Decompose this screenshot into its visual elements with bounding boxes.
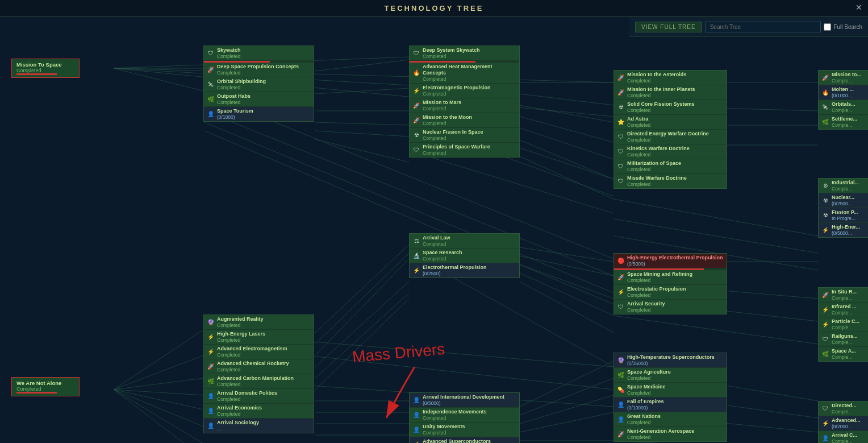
svg-line-21 xyxy=(114,378,203,390)
svg-line-53 xyxy=(409,151,614,213)
electrostatic-propulsion-item[interactable]: ⚡ Electrostatic Propulsion Completed xyxy=(614,285,727,300)
col4-molten-item[interactable]: 🔥 Molten ... (0/1000... xyxy=(819,85,868,100)
adv-electromagnetism-item[interactable]: ⚡ Advanced Electromagnetism Completed xyxy=(204,345,314,359)
col4-insitu-item[interactable]: 🚀 In Situ R... Comple... xyxy=(819,288,868,303)
arrival-domestic-politics-item[interactable]: 👤 Arrival Domestic Politics Completed xyxy=(204,389,314,404)
search-input[interactable] xyxy=(705,22,821,32)
nuclear-fission-space-item[interactable]: ☢ Nuclear Fission In Space Completed xyxy=(410,128,519,143)
arrival-sociology-item[interactable]: 👤 Arrival Sociology ... xyxy=(204,419,314,433)
deep-space-propulsion-item[interactable]: 🚀 Deep Space Propulsion Concepts Complet… xyxy=(204,63,314,77)
col4-settlement-item[interactable]: 🌿 Settleme... Comple... xyxy=(819,115,868,129)
svg-line-38 xyxy=(520,256,614,276)
solid-core-fission-item[interactable]: ☢ Solid Core Fission Systems Completed xyxy=(614,100,727,115)
space-mining-refining-item[interactable]: 🚀 Space Mining and Refining Completed xyxy=(614,270,727,285)
arrival-economics-item[interactable]: 👤 Arrival Economics Completed xyxy=(204,404,314,419)
deep-space-propulsion-icon: 🚀 xyxy=(207,65,215,73)
close-button[interactable]: ✕ xyxy=(856,3,862,12)
high-temp-superconductors-item[interactable]: 🔮 High-Temperature Superconductors (0/35… xyxy=(614,353,727,368)
mission-to-space-node[interactable]: Mission To Space Completed xyxy=(11,59,80,78)
principles-space-warfare-item[interactable]: 🛡 Principles of Space Warfare Completed xyxy=(410,143,519,157)
svg-line-40 xyxy=(520,273,614,316)
arrival-security-item[interactable]: 🛡 Arrival Security Completed xyxy=(614,300,727,314)
independence-movements-icon: 👤 xyxy=(412,411,420,419)
col1-group2-node: 🔮 Augmented Reality Completed ⚡ High-Ene… xyxy=(203,314,314,433)
svg-line-24 xyxy=(114,390,203,427)
col4-partial3-node: 🚀 In Situ R... Comple... ⚡ Infrared ... … xyxy=(818,287,868,362)
augmented-reality-item[interactable]: 🔮 Augmented Reality Completed xyxy=(204,315,314,330)
we-are-not-alone-name: We Are Not Alone xyxy=(16,380,74,386)
col4-railguns-item[interactable]: 🛡 Railguns... Comple... xyxy=(819,332,868,347)
electrostatic-propulsion-icon: ⚡ xyxy=(617,288,625,296)
fall-of-empires-item[interactable]: 👤 Fall of Empires (0/10000) xyxy=(614,398,727,412)
svg-line-9 xyxy=(315,122,409,125)
view-full-tree-button[interactable]: VIEW FULL TREE xyxy=(635,22,702,32)
missile-warfare-doctrine-item[interactable]: 🛡 Missile Warfare Doctrine Completed xyxy=(614,174,727,188)
electrothermal-propulsion-icon: ⚡ xyxy=(412,266,420,274)
arrival-domestic-politics-icon: 👤 xyxy=(207,392,215,400)
mission-inner-planets-item[interactable]: 🚀 Mission to the Inner Planets Completed xyxy=(614,85,727,100)
mission-mars-icon: 🚀 xyxy=(412,101,420,109)
directed-energy-warfare-item[interactable]: 🛡 Directed Energy Warfare Doctrine Compl… xyxy=(614,130,727,144)
space-agriculture-item[interactable]: 🌿 Space Agriculture Completed xyxy=(614,368,727,383)
svg-line-5 xyxy=(114,68,614,117)
space-tourism-item[interactable]: 👤 Space Tourism (0/1000) xyxy=(204,107,314,121)
directed-energy-warfare-icon: 🛡 xyxy=(617,133,625,140)
arrival-intl-dev-icon: 👤 xyxy=(412,396,420,404)
full-search-checkbox[interactable] xyxy=(824,23,831,31)
space-research-item[interactable]: 🔬 Space Research Completed xyxy=(410,249,519,263)
mission-asteroids-item[interactable]: 🚀 Mission to the Asteroids Completed xyxy=(614,71,727,85)
ad-astra-icon: ⭐ xyxy=(617,118,625,126)
space-medicine-item[interactable]: 💊 Space Medicine Completed xyxy=(614,383,727,398)
adv-chemical-rocketry-icon: 🚀 xyxy=(207,362,215,370)
toolbar: VIEW FULL TREE Full Search xyxy=(629,17,868,37)
col4-directed-item[interactable]: 🛡 Directed... Comple... xyxy=(819,401,868,416)
high-energy-electrothermal-item[interactable]: 🔴 High-Energy Electrothermal Propulsion … xyxy=(614,254,727,268)
unity-movements-icon: 👤 xyxy=(412,425,420,433)
col4-arrival-c-item[interactable]: 👤 Arrival C... Comple... xyxy=(819,431,868,443)
em-propulsion-item[interactable]: ⚡ Electromagnetic Propulsion Completed xyxy=(410,84,519,98)
col4-orbitals-item[interactable]: 🛰 Orbitals... Comple... xyxy=(819,100,868,115)
deep-system-skywatch-item[interactable]: 🛡 Deep System Skywatch Completed xyxy=(410,46,519,61)
col1-group1-node: 🛡 Skywatch Completed 🚀 Deep Space Propul… xyxy=(203,45,314,122)
svg-line-10 xyxy=(315,131,409,136)
great-nations-icon: 👤 xyxy=(617,415,625,423)
adv-carbon-manipulation-item[interactable]: 🌿 Advanced Carbon Manipulation Completed xyxy=(204,374,314,389)
mission-moon-item[interactable]: 🚀 Mission to the Moon Completed xyxy=(410,113,519,128)
militarization-space-item[interactable]: 🛡 Militarization of Space Completed xyxy=(614,159,727,174)
col4-high-energy-item[interactable]: ⚡ High-Ener... (0/5000... xyxy=(819,223,868,237)
next-gen-aerospace-item[interactable]: 🚀 Next-Generation Aerospace Completed xyxy=(614,427,727,441)
high-energy-lasers-item[interactable]: ⚡ High-Energy Lasers Completed xyxy=(204,330,314,345)
advanced-superconductors-item[interactable]: ⚡ Advanced Superconductors ... xyxy=(410,437,519,443)
outpost-habs-item[interactable]: 🌿 Outpost Habs Completed xyxy=(204,92,314,107)
col4-mission-item[interactable]: 🚀 Mission to... Comple... xyxy=(819,71,868,85)
svg-line-13 xyxy=(520,94,614,105)
kinetics-warfare-doctrine-item[interactable]: 🛡 Kinetics Warfare Doctrine Completed xyxy=(614,144,727,159)
augmented-reality-icon: 🔮 xyxy=(207,318,215,326)
skywatch-item[interactable]: 🛡 Skywatch Completed xyxy=(204,46,314,61)
ad-astra-item[interactable]: ⭐ Ad Astra Completed xyxy=(614,115,727,130)
missile-warfare-doctrine-icon: 🛡 xyxy=(617,177,625,185)
independence-movements-item[interactable]: 👤 Independence Movements Completed xyxy=(410,408,519,423)
svg-line-17 xyxy=(520,148,614,179)
col4-infrared-item[interactable]: ⚡ Infrared ... Comple... xyxy=(819,303,868,317)
full-search-option[interactable]: Full Search xyxy=(824,23,862,31)
col4-advanced-item[interactable]: ⚡ Advanced... (0/2000... xyxy=(819,416,868,431)
mission-mars-item[interactable]: 🚀 Mission to Mars Completed xyxy=(410,98,519,113)
we-are-not-alone-node[interactable]: We Are Not Alone Completed xyxy=(11,377,80,396)
svg-line-7 xyxy=(315,88,409,94)
great-nations-item[interactable]: 👤 Great Nations Completed xyxy=(614,412,727,427)
col4-nuclear-item[interactable]: ☢ Nuclear... (0/2500... xyxy=(819,193,868,208)
orbital-shipbuilding-item[interactable]: 🛰 Orbital Shipbuilding Completed xyxy=(204,77,314,92)
kinetics-warfare-doctrine-icon: 🛡 xyxy=(617,147,625,155)
arrival-intl-dev-item[interactable]: 👤 Arrival International Development (0/5… xyxy=(410,393,519,408)
adv-chemical-rocketry-item[interactable]: 🚀 Advanced Chemical Rocketry Completed xyxy=(204,359,314,374)
col4-particle-item[interactable]: ⚡ Particle C... Comple... xyxy=(819,317,868,332)
col4-space-a-item[interactable]: 🌿 Space A... Comple... xyxy=(819,347,868,361)
col4-fission-item[interactable]: ☢ Fission P... In Progre... xyxy=(819,208,868,223)
col4-industrial-item[interactable]: ⚙ Industrial... Comple... xyxy=(819,179,868,193)
arrival-law-item[interactable]: ⚖ Arrival Law Completed xyxy=(410,234,519,249)
electrothermal-propulsion-item[interactable]: ⚡ Electrothermal Propulsion (0/2500) xyxy=(410,263,519,278)
space-mining-refining-icon: 🚀 xyxy=(617,273,625,281)
unity-movements-item[interactable]: 👤 Unity Movements Completed xyxy=(410,423,519,437)
adv-heat-mgmt-item[interactable]: 🔥 Advanced Heat Management Concepts Comp… xyxy=(410,63,519,84)
